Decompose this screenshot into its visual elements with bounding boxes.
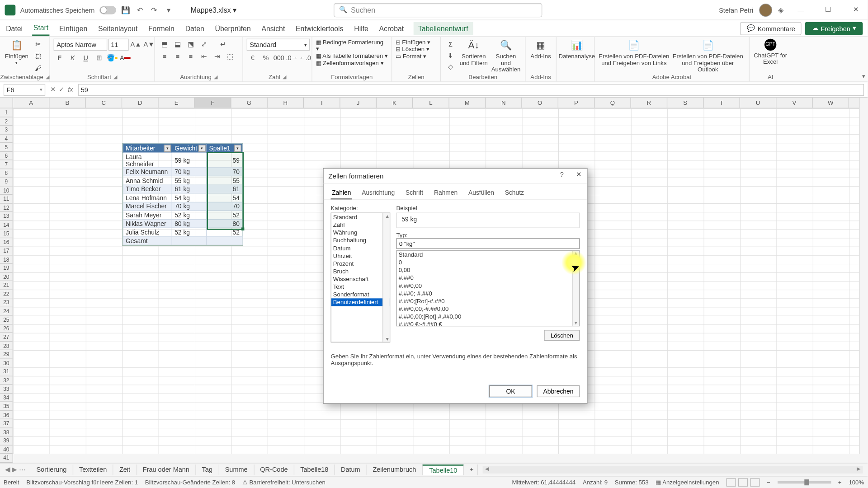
category-item[interactable]: Sonderformat — [331, 291, 390, 298]
merge-icon[interactable]: ⬚ — [224, 51, 236, 62]
row-header[interactable]: 1 — [0, 108, 13, 117]
type-list-item[interactable]: #.##0,00;[Rot]-#.##0,00 — [397, 313, 579, 320]
align-middle-icon[interactable]: ⬓ — [172, 39, 184, 50]
format-as-table-button[interactable]: ▦ Als Tabelle formatieren ▾ — [316, 52, 388, 59]
row-header[interactable]: 5 — [0, 143, 13, 151]
category-item[interactable]: Text — [331, 283, 390, 291]
conditional-format-button[interactable]: ▦ Bedingte Formatierung ▾ — [316, 39, 388, 52]
percent-icon[interactable]: % — [260, 52, 272, 63]
dec-decimal-icon[interactable]: ←.0 — [299, 52, 311, 63]
col-header[interactable]: B — [49, 98, 85, 108]
row-header[interactable]: 36 — [0, 411, 13, 419]
sheet-tab[interactable]: Datum — [335, 464, 367, 475]
inc-decimal-icon[interactable]: .0→ — [286, 52, 298, 63]
sort-filter-button[interactable]: Ă↓Sortieren und Filtern — [459, 39, 489, 66]
category-item[interactable]: Bruch — [331, 267, 390, 275]
sheet-tab[interactable]: Frau oder Mann — [137, 464, 196, 475]
add-sheet-button[interactable]: + — [464, 464, 478, 475]
ribbon-tab-einfügen[interactable]: Einfügen — [58, 22, 89, 35]
row-header[interactable]: 16 — [0, 238, 13, 247]
sheet-tab[interactable]: Sortierung — [30, 464, 73, 475]
column-headers[interactable]: ABCDEFGHIJKLMNOPQRSTUVW — [13, 98, 859, 108]
dialog-close-button[interactable]: ✕ — [573, 171, 585, 182]
col-header[interactable]: I — [304, 98, 340, 108]
row-header[interactable]: 25 — [0, 316, 13, 324]
col-header[interactable]: V — [776, 98, 812, 108]
row-header[interactable]: 38 — [0, 428, 13, 436]
number-format-combo[interactable]: Standard ▾ — [247, 39, 310, 51]
sheet-tab[interactable]: Zeilenumbruch — [367, 464, 423, 475]
col-header[interactable]: J — [340, 98, 377, 108]
underline-icon[interactable]: U — [80, 52, 92, 63]
name-box[interactable]: F6▾ — [4, 84, 45, 95]
col-header[interactable]: F — [195, 98, 231, 108]
row-header[interactable]: 23 — [0, 298, 13, 307]
row-header[interactable]: 34 — [0, 394, 13, 402]
type-list-item[interactable]: 0,00 — [397, 266, 579, 274]
delete-cells-button[interactable]: ⊟ Löschen ▾ — [396, 46, 429, 52]
type-list-item[interactable]: 0 — [397, 258, 579, 266]
row-header[interactable]: 13 — [0, 212, 13, 221]
category-item[interactable]: Währung — [331, 229, 390, 236]
document-title[interactable]: Mappe3.xlsx ▾ — [191, 6, 236, 14]
ribbon-tab-tabellenentwurf[interactable]: Tabellenentwurf — [413, 22, 473, 35]
type-input[interactable] — [396, 238, 580, 249]
format-cells-button[interactable]: ▭ Format ▾ — [396, 53, 426, 59]
qat-dropdown-icon[interactable]: ▾ — [164, 5, 173, 14]
sheet-tab[interactable]: Tabelle18 — [294, 464, 335, 475]
col-header[interactable]: H — [268, 98, 304, 108]
sheet-nav-next-icon[interactable]: ▶ — [12, 466, 17, 474]
save-icon[interactable]: 💾 — [121, 5, 130, 14]
col-header[interactable]: P — [558, 98, 594, 108]
pdf-share-outlook-button[interactable]: 📄Erstellen von PDF-Dateien und Freigeben… — [672, 39, 744, 73]
copy-icon[interactable]: ⿻ — [32, 51, 44, 61]
type-list-item[interactable]: #.##0 €;-#.##0 € — [397, 320, 579, 326]
row-header[interactable]: 40 — [0, 445, 13, 454]
col-header[interactable]: W — [813, 98, 849, 108]
collapse-ribbon-icon[interactable]: ▾ — [862, 73, 865, 79]
avatar[interactable] — [759, 3, 772, 16]
ribbon-tab-überprüfen[interactable]: Überprüfen — [214, 22, 252, 35]
dialog-tab[interactable]: Ausrichtung — [361, 187, 396, 200]
category-item[interactable]: Standard — [331, 213, 390, 221]
display-settings[interactable]: ▦ Anzeigeeinstellungen — [656, 479, 719, 485]
ribbon-tab-datei[interactable]: Datei — [5, 22, 24, 35]
ribbon-tab-seitenlayout[interactable]: Seitenlayout — [97, 22, 138, 35]
ok-button[interactable]: OK — [489, 385, 532, 397]
category-list[interactable]: StandardZahlWährungBuchhaltungDatumUhrze… — [330, 213, 390, 343]
category-item[interactable]: Buchhaltung — [331, 236, 390, 244]
col-header[interactable]: Q — [594, 98, 631, 108]
italic-icon[interactable]: K — [67, 52, 79, 63]
currency-icon[interactable]: € — [247, 52, 259, 63]
undo-icon[interactable]: ↶ — [135, 5, 145, 14]
orientation-icon[interactable]: ⤢ — [198, 39, 210, 50]
row-header[interactable]: 32 — [0, 376, 13, 385]
row-header[interactable]: 37 — [0, 419, 13, 428]
search-input[interactable]: 🔍 Suchen — [334, 3, 542, 17]
row-header[interactable]: 18 — [0, 255, 13, 264]
row-header[interactable]: 7 — [0, 160, 13, 169]
col-header[interactable]: K — [377, 98, 413, 108]
row-header[interactable]: 24 — [0, 307, 13, 315]
dialog-help-button[interactable]: ? — [556, 171, 568, 182]
comments-button[interactable]: 💬 Kommentare — [741, 22, 802, 35]
status-accessibility[interactable]: ⚠ Barrierefreiheit: Untersuchen — [242, 479, 326, 485]
fill-color-icon[interactable]: 🪣 — [106, 52, 118, 63]
pdf-share-links-button[interactable]: 📄Erstellen von PDF-Dateien und Freigeben… — [598, 39, 670, 66]
col-header[interactable]: G — [231, 98, 267, 108]
category-item[interactable]: Zahl — [331, 221, 390, 229]
autosum-icon[interactable]: Σ — [444, 39, 456, 50]
enter-formula-icon[interactable]: ✓ — [59, 86, 64, 94]
category-item[interactable]: Benutzerdefiniert — [331, 298, 390, 306]
row-header[interactable]: 6 — [0, 151, 13, 160]
dialog-tab[interactable]: Schrift — [404, 187, 425, 200]
filter-dropdown-icon[interactable]: ▾ — [198, 145, 206, 152]
row-header[interactable]: 3 — [0, 126, 13, 134]
row-header[interactable]: 27 — [0, 333, 13, 342]
format-painter-icon[interactable]: 🖌 — [32, 62, 44, 73]
type-list-item[interactable]: #.##0 — [397, 274, 579, 282]
fx-icon[interactable]: fx — [68, 86, 73, 94]
col-header[interactable]: S — [667, 98, 703, 108]
col-header[interactable]: R — [631, 98, 667, 108]
border-icon[interactable]: ⊞ — [93, 52, 105, 63]
